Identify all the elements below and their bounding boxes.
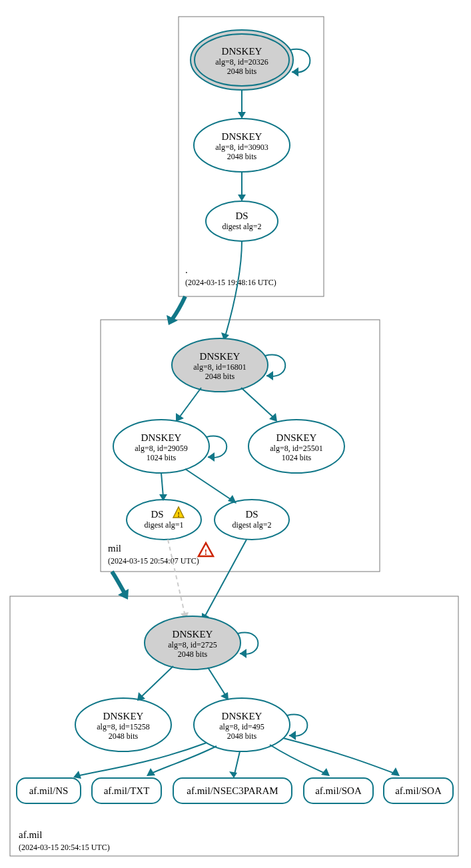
edge-mil-ds1-af-ksk bbox=[168, 540, 185, 616]
svg-marker-43 bbox=[391, 767, 400, 776]
edge-mil-ksk-zsk2 bbox=[241, 388, 274, 418]
node-af-ksk: DNSKEY alg=8, id=2725 2048 bits bbox=[145, 616, 240, 669]
af-zsk2-title: DNSKEY bbox=[222, 711, 262, 721]
svg-marker-41 bbox=[229, 771, 237, 778]
af-zsk1-title: DNSKEY bbox=[103, 711, 144, 721]
node-root-ds: DS digest alg=2 bbox=[206, 201, 278, 241]
mil-zsk1-bits: 1024 bits bbox=[147, 453, 177, 462]
root-ksk-bits: 2048 bits bbox=[227, 67, 257, 76]
node-mil-ksk: DNSKEY alg=8, id=16801 2048 bits bbox=[172, 338, 268, 392]
rrset-soa2: af.mil/SOA bbox=[384, 778, 453, 803]
rrset-soa2-label: af.mil/SOA bbox=[395, 785, 442, 796]
node-af-zsk2: DNSKEY alg=8, id=495 2048 bits bbox=[194, 698, 290, 751]
edge-root-ds-mil-ksk bbox=[225, 241, 242, 336]
edge-af-ksk-zsk2 bbox=[208, 667, 227, 697]
root-ds-title: DS bbox=[235, 211, 248, 221]
mil-zsk1-title: DNSKEY bbox=[141, 432, 182, 443]
mil-zsk2-title: DNSKEY bbox=[276, 432, 317, 443]
rrset-soa1: af.mil/SOA bbox=[304, 778, 373, 803]
svg-marker-6 bbox=[238, 195, 246, 201]
zone-root-timestamp: (2024-03-15 19:48:16 UTC) bbox=[185, 278, 276, 287]
edge-mil-zsk1-ds2 bbox=[185, 469, 233, 501]
svg-point-19 bbox=[215, 500, 289, 540]
node-root-zsk: DNSKEY alg=8, id=30903 2048 bits bbox=[194, 119, 290, 172]
edge-af-zsk2-soa2 bbox=[283, 738, 396, 774]
node-mil-zsk2: DNSKEY alg=8, id=25501 1024 bits bbox=[248, 420, 344, 473]
node-mil-zsk1: DNSKEY alg=8, id=29059 1024 bits bbox=[113, 420, 209, 473]
rrset-soa1-label: af.mil/SOA bbox=[315, 785, 362, 796]
edge-mil-zsk1-ds1 bbox=[161, 473, 163, 497]
mil-ds1-alg: digest alg=1 bbox=[144, 520, 183, 530]
svg-marker-31 bbox=[289, 731, 296, 740]
af-zsk2-bits: 2048 bits bbox=[227, 731, 257, 741]
zone-mil-label: mil bbox=[108, 543, 121, 554]
node-mil-ds1: DS digest alg=1 bbox=[127, 500, 201, 540]
af-zsk1-alg: alg=8, id=15258 bbox=[97, 722, 150, 731]
af-ksk-bits: 2048 bits bbox=[178, 650, 208, 659]
af-ksk-alg: alg=8, id=2725 bbox=[168, 640, 217, 650]
node-mil-ds2: DS digest alg=2 bbox=[215, 500, 289, 540]
zone-afmil-timestamp: (2024-03-15 20:54:15 UTC) bbox=[19, 843, 110, 852]
mil-ksk-bits: 2048 bits bbox=[205, 372, 235, 381]
mil-zsk2-bits: 1024 bits bbox=[282, 453, 312, 462]
svg-point-5 bbox=[206, 201, 278, 241]
rrset-txt-label: af.mil/TXT bbox=[104, 785, 150, 796]
node-af-zsk1: DNSKEY alg=8, id=15258 2048 bits bbox=[75, 698, 171, 751]
mil-ds2-alg: digest alg=2 bbox=[232, 520, 271, 530]
root-zsk-alg: alg=8, id=30903 bbox=[215, 143, 268, 152]
svg-marker-2 bbox=[292, 67, 298, 77]
svg-marker-4 bbox=[238, 112, 246, 119]
mil-ksk-alg: alg=8, id=16801 bbox=[193, 362, 246, 372]
dnssec-diagram: DNSKEY alg=8, id=20326 2048 bits DNSKEY … bbox=[0, 0, 471, 868]
node-root-ksk: DNSKEY alg=8, id=20326 2048 bits bbox=[191, 30, 293, 90]
mil-zsk1-alg: alg=8, id=29059 bbox=[135, 444, 188, 453]
mil-ksk-title: DNSKEY bbox=[200, 351, 240, 362]
zone-afmil-label: af.mil bbox=[19, 829, 42, 840]
rrset-nsec3-label: af.mil/NSEC3PARAM bbox=[187, 785, 278, 796]
svg-marker-12 bbox=[208, 452, 215, 462]
svg-text:!: ! bbox=[205, 547, 207, 557]
edge-af-ksk-zsk1 bbox=[140, 666, 173, 698]
svg-point-16 bbox=[127, 500, 201, 540]
svg-marker-14 bbox=[176, 413, 184, 422]
rrset-ns-label: af.mil/NS bbox=[29, 785, 69, 796]
rrset-ns: af.mil/NS bbox=[17, 778, 81, 803]
svg-text:!: ! bbox=[177, 510, 180, 518]
svg-marker-28 bbox=[240, 649, 246, 658]
warning-red-icon: ! bbox=[199, 543, 213, 557]
af-zsk1-bits: 2048 bits bbox=[109, 731, 139, 741]
zone-mil-timestamp: (2024-03-15 20:54:07 UTC) bbox=[108, 556, 199, 566]
svg-marker-10 bbox=[266, 371, 273, 380]
rrset-nsec3: af.mil/NSEC3PARAM bbox=[173, 778, 292, 803]
edge-af-zsk2-soa1 bbox=[270, 745, 326, 774]
zone-root-label: . bbox=[185, 264, 188, 275]
edge-af-zsk2-nsec3 bbox=[235, 751, 240, 774]
mil-ds2-title: DS bbox=[245, 509, 258, 520]
root-ds-alg: digest alg=2 bbox=[222, 222, 261, 231]
root-ksk-title: DNSKEY bbox=[222, 46, 262, 57]
af-zsk2-alg: alg=8, id=495 bbox=[219, 722, 264, 731]
root-zsk-title: DNSKEY bbox=[222, 131, 262, 142]
root-zsk-bits: 2048 bits bbox=[227, 152, 257, 161]
mil-ds1-title: DS bbox=[151, 509, 163, 520]
edge-mil-ksk-zsk1 bbox=[179, 388, 201, 418]
rrset-txt: af.mil/TXT bbox=[92, 778, 161, 803]
root-ksk-alg: alg=8, id=20326 bbox=[215, 57, 268, 67]
mil-zsk2-alg: alg=8, id=25501 bbox=[270, 444, 323, 453]
edge-root-to-mil-zone bbox=[172, 296, 185, 320]
af-ksk-title: DNSKEY bbox=[173, 629, 213, 640]
edge-mil-to-afmil-zone bbox=[112, 572, 125, 594]
